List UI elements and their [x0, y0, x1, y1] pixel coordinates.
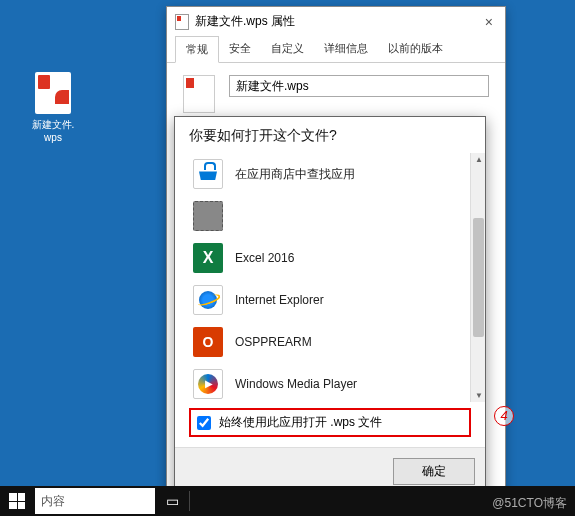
tab-security[interactable]: 安全	[219, 36, 261, 62]
desktop-file-icon[interactable]: 新建文件. wps	[28, 72, 78, 143]
title-doc-icon	[175, 14, 189, 30]
always-use-checkbox[interactable]	[197, 416, 211, 430]
app-store[interactable]: 在应用商店中查找应用	[189, 153, 477, 195]
properties-titlebar: 新建文件.wps 属性 ×	[167, 7, 505, 36]
app-ie[interactable]: Internet Explorer	[189, 279, 477, 321]
wmp-icon	[193, 369, 223, 399]
open-with-heading: 你要如何打开这个文件?	[175, 117, 485, 153]
scrollbar[interactable]: ▲ ▼	[470, 153, 485, 402]
watermark-text: @51CTO博客	[492, 495, 567, 512]
office-icon	[193, 327, 223, 357]
tab-general[interactable]: 常规	[175, 36, 219, 63]
unknown-icon	[193, 201, 223, 231]
scroll-thumb[interactable]	[473, 218, 484, 338]
open-with-dialog: 你要如何打开这个文件? 在应用商店中查找应用 Excel 2016 Intern…	[174, 116, 486, 496]
taskbar-divider	[189, 491, 190, 511]
taskbar-search[interactable]: 内容	[35, 488, 155, 514]
annotation-step-4: 4	[494, 406, 514, 426]
excel-icon	[193, 243, 223, 273]
tab-details[interactable]: 详细信息	[314, 36, 378, 62]
file-type-icon	[183, 75, 215, 113]
app-label: Internet Explorer	[235, 293, 324, 307]
start-button[interactable]	[0, 486, 34, 516]
app-label: 在应用商店中查找应用	[235, 166, 355, 183]
app-label: Excel 2016	[235, 251, 294, 265]
windows-logo-icon	[9, 493, 25, 509]
properties-tabs: 常规 安全 自定义 详细信息 以前的版本	[167, 36, 505, 63]
wps-file-icon	[35, 72, 71, 114]
app-unknown[interactable]	[189, 195, 477, 237]
app-ospprearm[interactable]: OSPPREARM	[189, 321, 477, 363]
ok-button[interactable]: 确定	[393, 458, 475, 485]
app-label: Windows Media Player	[235, 377, 357, 391]
scroll-up-icon[interactable]: ▲	[475, 155, 483, 164]
ie-icon	[193, 285, 223, 315]
always-use-label: 始终使用此应用打开 .wps 文件	[219, 414, 382, 431]
app-excel[interactable]: Excel 2016	[189, 237, 477, 279]
app-wmp[interactable]: Windows Media Player	[189, 363, 477, 402]
app-label: OSPPREARM	[235, 335, 312, 349]
properties-title-text: 新建文件.wps 属性	[195, 13, 295, 30]
tab-previous-versions[interactable]: 以前的版本	[378, 36, 453, 62]
always-use-row[interactable]: 始终使用此应用打开 .wps 文件	[189, 408, 471, 437]
app-list: 在应用商店中查找应用 Excel 2016 Internet Explorer …	[175, 153, 485, 402]
desktop-file-label: 新建文件. wps	[28, 118, 78, 143]
task-view-button[interactable]: ▭	[155, 486, 189, 516]
search-placeholder: 内容	[41, 493, 65, 510]
filename-input[interactable]	[229, 75, 489, 97]
tab-custom[interactable]: 自定义	[261, 36, 314, 62]
close-icon[interactable]: ×	[481, 14, 497, 30]
taskbar: 内容 ▭	[0, 486, 575, 516]
scroll-down-icon[interactable]: ▼	[475, 391, 483, 400]
store-icon	[193, 159, 223, 189]
